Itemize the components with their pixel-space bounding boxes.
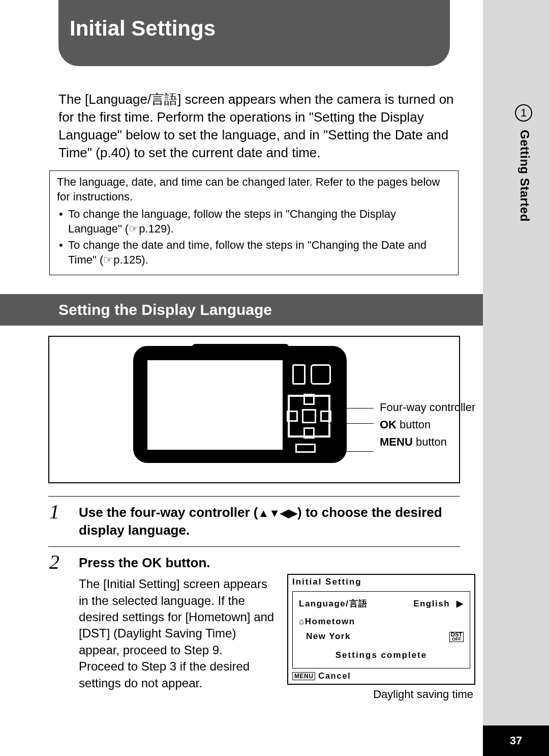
dst-off-icon: DSTOFF (449, 632, 464, 642)
note-lead: The language, date, and time can be chan… (57, 175, 451, 204)
section-heading: Setting the Display Language (0, 294, 483, 326)
lcd-hometown-row: ⌂Hometown (299, 615, 464, 629)
step-body: The [Initial Setting] screen appears in … (79, 576, 277, 691)
lcd-column: Initial Setting Language/言語 English ▶ ⌂H… (287, 572, 475, 701)
note-box: The language, date, and time can be chan… (49, 170, 459, 275)
label-menu: MENU button (380, 433, 475, 451)
lcd-footer: MENU Cancel (288, 671, 474, 684)
lcd-title: Initial Setting (288, 575, 474, 589)
arrow-icons: ▲▼◀▶ (258, 507, 298, 519)
step-item: 2 Press the OK button. The [Initial Sett… (48, 546, 460, 708)
note-bullet: To change the language, follow the steps… (57, 207, 451, 236)
leader-line (332, 408, 374, 409)
label-fourway: Four-way controller (380, 399, 475, 416)
note-bullet: To change the date and time, follow the … (57, 238, 451, 267)
lcd-screenshot: Initial Setting Language/言語 English ▶ ⌂H… (287, 574, 475, 685)
camera-screen (146, 359, 284, 451)
intro-paragraph: The [Language/言語] screen appears when th… (58, 91, 455, 162)
step-number: 2 (49, 550, 59, 574)
leader-line (319, 451, 374, 452)
dpad-down (303, 427, 315, 439)
ok-button-graphic (302, 409, 316, 423)
steps-list: 1 Use the four-way controller (▲▼◀▶) to … (48, 496, 460, 708)
step-item: 1 Use the four-way controller (▲▼◀▶) to … (48, 496, 460, 546)
step-number: 1 (49, 500, 59, 524)
section-label: Getting Started (517, 130, 532, 222)
menu-button-graphic (295, 444, 316, 453)
lcd-city-row: New York DSTOFF (299, 629, 464, 644)
page-number: 37 (483, 725, 549, 756)
camera-control-small (292, 364, 306, 385)
lcd-settings-complete: Settings complete (299, 648, 464, 663)
lcd-language-row: Language/言語 English ▶ (299, 597, 464, 612)
dpad-up (303, 394, 315, 405)
home-icon: ⌂ (299, 617, 305, 626)
page-title: Initial Settings (58, 0, 450, 66)
camera-body-illustration (133, 346, 347, 463)
figure-labels: Four-way controller OK button MENU butto… (380, 399, 475, 451)
side-tab: 1 Getting Started 37 (483, 0, 549, 756)
manual-page: 1 Getting Started 37 Initial Settings Th… (0, 0, 549, 756)
four-way-controller (288, 395, 330, 438)
leader-line (329, 423, 374, 424)
camera-figure: Four-way controller OK button MENU butto… (48, 336, 460, 483)
camera-control-small (311, 364, 331, 385)
step-title: Press the OK button. (79, 554, 460, 572)
step-title: Use the four-way controller (▲▼◀▶) to ch… (79, 504, 460, 539)
dpad-left (287, 411, 298, 422)
section-number-badge: 1 (515, 104, 532, 122)
menu-icon: MENU (292, 672, 315, 680)
label-ok: OK button (380, 416, 475, 433)
dpad-right (320, 411, 331, 422)
chevron-right-icon: ▶ (456, 599, 464, 608)
lcd-caption: Daylight saving time (287, 688, 475, 701)
content-area: Initial Settings The [Language/言語] scree… (0, 0, 483, 756)
